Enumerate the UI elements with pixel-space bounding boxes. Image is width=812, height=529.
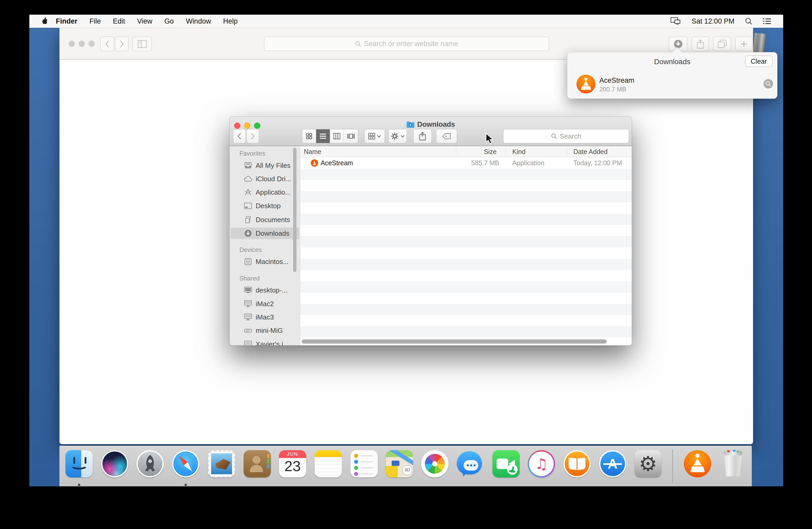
mac-mini-icon	[244, 328, 252, 333]
sidebar-item-macintosh-hd[interactable]: Macintos...	[231, 256, 299, 267]
icloud-icon	[244, 176, 252, 182]
safari-back-button[interactable]	[100, 36, 114, 51]
finder-tags-button[interactable]	[436, 129, 457, 143]
chevron-right-icon	[119, 40, 124, 48]
apple-menu-icon[interactable]	[40, 17, 48, 26]
dock-photos-icon[interactable]	[421, 450, 448, 477]
dock-calendar-icon[interactable]: JUN 23	[279, 450, 306, 477]
dock-mail-icon[interactable]	[208, 450, 235, 477]
finder-title-text: Downloads	[417, 120, 455, 129]
safari-forward-button[interactable]	[115, 36, 129, 51]
clear-downloads-button[interactable]: Clear	[745, 56, 772, 67]
all-my-files-icon	[244, 162, 252, 169]
download-icon	[673, 39, 683, 49]
gear-icon	[391, 132, 399, 140]
dock-appstore-icon[interactable]: A	[599, 450, 626, 477]
dock-safari-icon[interactable]	[172, 450, 199, 477]
finder-search-field[interactable]: Search	[503, 129, 629, 143]
sidebar-item-applications[interactable]: Applicatio...	[231, 187, 299, 198]
downloads-folder-icon	[406, 121, 415, 128]
column-view-icon	[333, 133, 340, 139]
dock-itunes-icon[interactable]: ♫	[528, 450, 555, 477]
sidebar-scrollbar[interactable]	[293, 148, 296, 272]
imac-icon	[244, 300, 252, 307]
column-size[interactable]: Size	[300, 148, 497, 156]
finder-sidebar: Favorites All My Files iCloud Dri... App…	[230, 146, 300, 346]
dock-finder-icon[interactable]	[66, 450, 93, 477]
chevron-down-icon	[377, 135, 381, 137]
dock-siri-icon[interactable]	[101, 450, 128, 477]
dock-trash-icon[interactable]	[719, 450, 746, 477]
view-columns-button[interactable]	[330, 129, 344, 143]
list-view-icon	[320, 133, 327, 139]
share-icon	[419, 132, 426, 141]
show-in-finder-button[interactable]	[764, 79, 773, 89]
column-divider[interactable]	[506, 147, 506, 156]
sidebar-section-favorites: Favorites	[240, 150, 265, 157]
view-coverflow-button[interactable]	[344, 129, 358, 143]
search-icon	[551, 133, 557, 139]
safari-new-tab-button[interactable]: +	[735, 36, 753, 51]
dock-acestream-icon[interactable]	[684, 450, 711, 477]
spotlight-search-icon[interactable]	[745, 17, 752, 25]
sidebar-item-imac2[interactable]: iMac2	[231, 298, 299, 310]
desktop-icon	[244, 203, 252, 209]
notification-center-icon[interactable]	[763, 18, 771, 25]
finder-arrange-button[interactable]	[364, 129, 385, 143]
safari-share-button[interactable]	[692, 36, 709, 51]
documents-icon	[244, 216, 252, 223]
menu-bar-clock[interactable]: Sat 12:00 PM	[692, 17, 735, 25]
menu-window[interactable]: Window	[180, 15, 217, 28]
address-bar[interactable]: Search or enter website name	[264, 36, 549, 51]
dock-ibooks-icon[interactable]	[563, 450, 591, 477]
download-item-name[interactable]: AceStream	[599, 76, 634, 85]
dock-notes-icon[interactable]	[315, 450, 342, 477]
menu-edit[interactable]: Edit	[107, 15, 131, 28]
dock-launchpad-icon[interactable]	[136, 450, 164, 477]
view-icons-button[interactable]	[302, 129, 316, 143]
menu-view[interactable]: View	[131, 15, 158, 28]
safari-zoom-button[interactable]	[88, 41, 95, 47]
sidebar-item-all-my-files[interactable]: All My Files	[231, 160, 299, 171]
airplay-display-icon[interactable]	[670, 17, 681, 25]
sidebar-item-xaviers[interactable]: Xavier's i	[231, 338, 299, 346]
safari-sidebar-button[interactable]	[132, 36, 152, 51]
safari-close-button[interactable]	[69, 41, 75, 47]
hard-drive-icon	[244, 258, 252, 265]
menu-help[interactable]: Help	[217, 15, 244, 28]
finder-action-button[interactable]	[389, 129, 407, 143]
column-kind[interactable]: Kind	[512, 148, 525, 156]
menu-finder[interactable]: Finder	[50, 15, 84, 28]
sidebar-item-icloud-drive[interactable]: iCloud Dri...	[231, 173, 299, 185]
sidebar-item-mini-mig[interactable]: mini-MiG	[231, 325, 299, 336]
finder-search-placeholder: Search	[560, 132, 581, 141]
column-date-added[interactable]: Date Added	[574, 148, 608, 156]
finder-back-button[interactable]	[233, 129, 246, 143]
acestream-file-icon[interactable]	[577, 75, 595, 93]
finder-share-button[interactable]	[413, 129, 432, 143]
finder-forward-button[interactable]	[246, 129, 259, 143]
safari-minimize-button[interactable]	[78, 41, 85, 47]
tag-icon	[442, 133, 451, 139]
sidebar-item-desktop[interactable]: Desktop	[231, 200, 299, 211]
dock-separator	[672, 449, 673, 483]
dock-reminders-icon[interactable]	[350, 450, 378, 477]
sidebar-item-desktop-pc[interactable]: desktop-...	[231, 284, 299, 296]
dock-system-preferences-icon[interactable]: ⚙	[634, 450, 662, 477]
dock-facetime-icon[interactable]	[492, 450, 520, 477]
menu-go[interactable]: Go	[158, 15, 180, 28]
share-icon	[697, 39, 704, 49]
column-divider[interactable]	[567, 147, 567, 156]
dock-maps-icon[interactable]: 3D	[386, 450, 413, 477]
safari-tabs-button[interactable]	[713, 36, 731, 51]
sidebar-item-downloads[interactable]: Downloads	[231, 227, 299, 239]
sidebar-item-imac3[interactable]: iMac3	[231, 311, 299, 323]
menu-file[interactable]: File	[84, 15, 107, 28]
view-list-button[interactable]	[316, 129, 330, 143]
file-row-acestream[interactable]: AceStream 585.7 MB Application Today, 12…	[300, 157, 632, 168]
dock-messages-icon[interactable]	[457, 450, 484, 477]
dock-contacts-icon[interactable]	[244, 450, 271, 477]
sidebar-item-documents[interactable]: Documents	[231, 214, 299, 225]
arrange-icon	[368, 133, 375, 139]
horizontal-scrollbar[interactable]	[302, 339, 607, 343]
